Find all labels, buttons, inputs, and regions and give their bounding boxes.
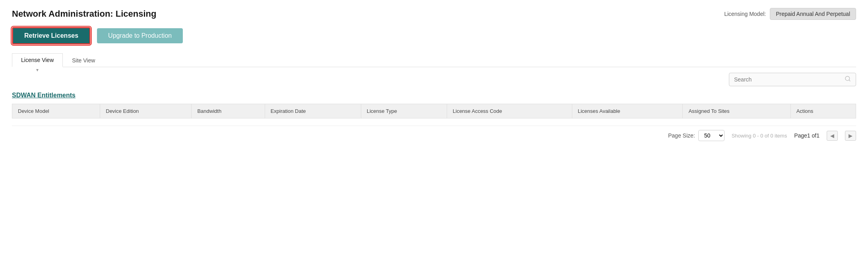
licensing-model-value: Prepaid Annual And Perpetual [770, 8, 856, 20]
search-box [729, 73, 856, 86]
col-actions: Actions [790, 104, 856, 118]
page-wrapper: Network Administration: Licensing Licens… [0, 0, 868, 279]
licensing-model-label: Licensing Model: [724, 11, 766, 17]
section-title: SDWAN Entitlements [12, 92, 856, 99]
col-licenses-available: Licenses Available [572, 104, 683, 118]
button-row: Retrieve Licenses Upgrade to Production [12, 27, 856, 45]
pagination-prev-button[interactable]: ◀ [827, 131, 838, 141]
table-header: Device Model Device Edition Bandwidth Ex… [12, 104, 856, 118]
col-bandwidth: Bandwidth [192, 104, 265, 118]
tab-license-view[interactable]: License View [12, 53, 63, 67]
tab-site-view[interactable]: Site View [63, 54, 104, 67]
page-title: Network Administration: Licensing [12, 9, 156, 19]
page-size-group: Page Size: 50 25 100 [668, 130, 725, 141]
page-info: Page1 of1 [794, 132, 820, 139]
tab-row: License View Site View [12, 53, 856, 67]
svg-line-1 [849, 80, 850, 81]
search-icon [845, 76, 851, 83]
search-row [12, 73, 856, 86]
col-device-edition: Device Edition [100, 104, 192, 118]
upgrade-to-production-button[interactable]: Upgrade to Production [97, 28, 183, 43]
col-device-model: Device Model [12, 104, 100, 118]
pagination-next-button[interactable]: ▶ [845, 131, 856, 141]
col-assigned-to-sites: Assigned To Sites [683, 104, 790, 118]
page-size-select[interactable]: 50 25 100 [698, 130, 725, 141]
col-license-access-code: License Access Code [447, 104, 572, 118]
pagination-row: Page Size: 50 25 100 Showing 0 - 0 of 0 … [12, 126, 856, 145]
search-input[interactable] [734, 76, 845, 83]
license-table: Device Model Device Edition Bandwidth Ex… [12, 104, 856, 118]
col-expiration-date: Expiration Date [265, 104, 361, 118]
header-row: Network Administration: Licensing Licens… [12, 8, 856, 20]
showing-text: Showing 0 - 0 of 0 items [732, 133, 787, 139]
retrieve-licenses-button[interactable]: Retrieve Licenses [12, 27, 91, 45]
col-license-type: License Type [361, 104, 447, 118]
page-size-label: Page Size: [668, 132, 695, 139]
licensing-model-group: Licensing Model: Prepaid Annual And Perp… [724, 8, 856, 20]
